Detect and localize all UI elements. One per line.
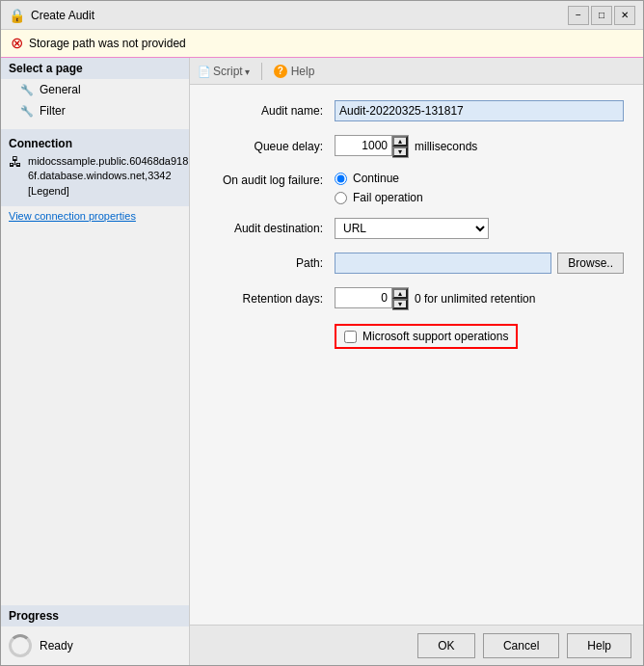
help-toolbar-item[interactable]: Help (274, 64, 315, 78)
queue-delay-label: Queue delay: (209, 140, 335, 153)
ok-button[interactable]: OK (417, 633, 475, 658)
help-label: Help (291, 65, 315, 78)
cancel-button[interactable]: Cancel (483, 633, 559, 658)
retention-days-row: Retention days: ▴ ▾ 0 for unlimited rete… (209, 287, 624, 310)
retention-days-control: ▴ ▾ 0 for unlimited retention (335, 287, 624, 310)
queue-delay-unit: milliseconds (415, 140, 477, 153)
radio-fail-item[interactable]: Fail operation (335, 191, 624, 204)
script-toolbar-item[interactable]: Script (198, 65, 250, 78)
audit-name-label: Audit name: (209, 104, 335, 118)
retention-days-wrap: ▴ ▾ 0 for unlimited retention (335, 287, 624, 310)
maximize-button[interactable]: □ (591, 6, 612, 25)
radio-continue-label: Continue (353, 172, 399, 185)
connection-server: midocssample.public.60468da918 6f.databa… (28, 154, 188, 199)
sidebar-filter-label: Filter (40, 104, 66, 118)
path-row: Path: Browse.. (209, 253, 624, 274)
microsoft-support-row: Microsoft support operations (209, 324, 624, 349)
error-message: Storage path was not provided (29, 37, 186, 50)
queue-delay-input[interactable] (335, 135, 392, 156)
title-bar-left: 🔒 Create Audit (9, 8, 94, 23)
microsoft-support-checkbox[interactable] (344, 331, 357, 343)
audit-log-failure-control: Continue Fail operation (335, 172, 624, 204)
sidebar: Select a page General Filter Connection … (1, 58, 190, 665)
script-chevron-icon (245, 65, 250, 78)
select-page-header: Select a page (1, 58, 189, 79)
retention-days-hint: 0 for unlimited retention (415, 292, 535, 306)
toolbar-divider (261, 63, 262, 80)
audit-log-failure-radio-group: Continue Fail operation (335, 172, 624, 204)
error-icon: ⊗ (11, 36, 23, 51)
queue-delay-row: Queue delay: ▴ ▾ milliseconds (209, 135, 624, 158)
audit-log-failure-row: On audit log failure: Continue Fail oper… (209, 172, 624, 204)
title-bar: 🔒 Create Audit − □ ✕ (1, 1, 643, 30)
main-panel: Script Help Audit name: (190, 58, 643, 665)
path-control: Browse.. (335, 253, 624, 274)
progress-spinner (9, 634, 32, 657)
sidebar-bottom: Connection 🖧 midocssample.public.60468da… (1, 121, 189, 665)
queue-delay-wrap: ▴ ▾ milliseconds (335, 135, 624, 158)
progress-header: Progress (1, 605, 189, 626)
error-bar: ⊗ Storage path was not provided (1, 30, 643, 58)
microsoft-support-checkbox-label[interactable]: Microsoft support operations (335, 324, 518, 349)
sidebar-general-label: General (40, 83, 81, 96)
close-button[interactable]: ✕ (614, 6, 635, 25)
connection-header: Connection (9, 137, 181, 150)
server-icon: 🖧 (9, 154, 22, 170)
script-label: Script (213, 65, 243, 78)
radio-continue-item[interactable]: Continue (335, 172, 624, 185)
path-input[interactable] (335, 253, 551, 274)
microsoft-support-label: Microsoft support operations (362, 330, 508, 343)
queue-delay-arrows: ▴ ▾ (392, 135, 409, 158)
audit-log-failure-label: On audit log failure: (209, 172, 335, 187)
window-icon: 🔒 (9, 8, 25, 23)
retention-days-arrows: ▴ ▾ (392, 287, 409, 310)
queue-delay-control: ▴ ▾ milliseconds (335, 135, 624, 158)
view-connection-properties-link[interactable]: View connection properties (1, 206, 189, 226)
connection-section: Connection 🖧 midocssample.public.60468da… (1, 129, 189, 206)
sidebar-item-general[interactable]: General (1, 79, 189, 100)
audit-destination-control: URL FILE APPLICATION_LOG SECURITY_LOG (335, 218, 624, 239)
wrench-icon-general (20, 83, 34, 96)
minimize-button[interactable]: − (568, 6, 589, 25)
help-button[interactable]: Help (567, 633, 631, 658)
radio-fail-label: Fail operation (353, 191, 423, 204)
retention-days-up-button[interactable]: ▴ (392, 288, 408, 299)
radio-fail-input[interactable] (335, 192, 347, 204)
retention-days-spinner: ▴ ▾ (335, 287, 409, 310)
wrench-icon-filter (20, 104, 34, 118)
audit-name-control (335, 100, 624, 121)
audit-destination-row: Audit destination: URL FILE APPLICATION_… (209, 218, 624, 239)
window-title: Create Audit (31, 9, 94, 22)
help-icon (274, 64, 287, 78)
audit-name-input[interactable] (335, 100, 624, 121)
audit-name-row: Audit name: (209, 100, 624, 121)
queue-delay-spinner: ▴ ▾ (335, 135, 409, 158)
progress-status: Ready (40, 639, 73, 653)
content-area: Select a page General Filter Connection … (1, 58, 643, 665)
bottom-bar: OK Cancel Help (190, 625, 643, 665)
queue-delay-up-button[interactable]: ▴ (392, 136, 408, 147)
toolbar: Script Help (190, 58, 643, 85)
create-audit-window: 🔒 Create Audit − □ ✕ ⊗ Storage path was … (0, 0, 644, 666)
browse-button[interactable]: Browse.. (557, 253, 624, 274)
retention-days-input[interactable] (335, 287, 392, 308)
progress-section: Progress Ready (1, 605, 189, 665)
path-input-row: Browse.. (335, 253, 624, 274)
progress-content: Ready (1, 626, 189, 665)
script-icon (198, 65, 211, 78)
retention-days-down-button[interactable]: ▾ (392, 299, 408, 309)
form-area: Audit name: Queue delay: ▴ (190, 85, 643, 625)
audit-destination-select[interactable]: URL FILE APPLICATION_LOG SECURITY_LOG (335, 218, 489, 239)
audit-destination-label: Audit destination: (209, 222, 335, 235)
path-label: Path: (209, 256, 335, 270)
radio-continue-input[interactable] (335, 173, 347, 185)
sidebar-item-filter[interactable]: Filter (1, 100, 189, 121)
queue-delay-down-button[interactable]: ▾ (392, 147, 408, 157)
title-bar-controls: − □ ✕ (568, 6, 635, 25)
retention-days-label: Retention days: (209, 292, 335, 306)
